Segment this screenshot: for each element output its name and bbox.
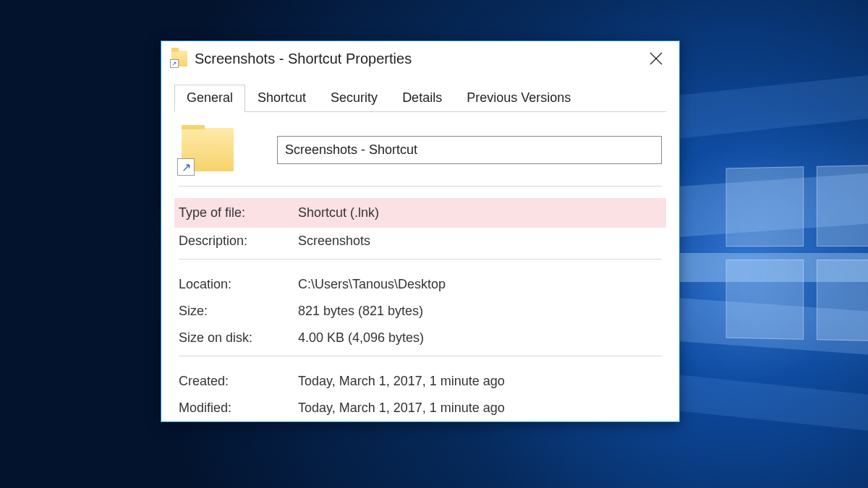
- type-of-file-value: Shortcut (.lnk): [298, 205, 662, 221]
- file-name-input[interactable]: [277, 136, 662, 164]
- divider: [179, 186, 662, 187]
- general-tab-content: ↗ Type of file: Shortcut (.lnk) Descript…: [174, 112, 666, 421]
- folder-shortcut-icon: ↗: [182, 128, 234, 171]
- description-label: Description:: [179, 234, 298, 249]
- tab-details[interactable]: Details: [390, 85, 454, 112]
- modified-label: Modified:: [179, 401, 298, 416]
- description-value: Screenshots: [298, 234, 662, 249]
- titlebar[interactable]: ↗ Screenshots - Shortcut Properties: [161, 41, 679, 76]
- location-value: C:\Users\Tanous\Desktop: [298, 277, 662, 292]
- window-title: Screenshots - Shortcut Properties: [195, 51, 640, 67]
- size-on-disk-value: 4.00 KB (4,096 bytes): [298, 330, 662, 346]
- created-value: Today, March 1, 2017, 1 minute ago: [298, 374, 662, 389]
- divider: [179, 259, 662, 260]
- size-value: 821 bytes (821 bytes): [298, 304, 662, 319]
- modified-row: Modified: Today, March 1, 2017, 1 minute…: [179, 395, 662, 421]
- type-of-file-row: Type of file: Shortcut (.lnk): [174, 198, 666, 228]
- location-row: Location: C:\Users\Tanous\Desktop: [179, 271, 662, 298]
- tab-shortcut[interactable]: Shortcut: [245, 85, 318, 112]
- size-on-disk-label: Size on disk:: [179, 330, 298, 346]
- tab-security[interactable]: Security: [318, 85, 390, 112]
- folder-shortcut-icon: ↗: [171, 51, 187, 67]
- size-label: Size:: [179, 304, 298, 319]
- created-label: Created:: [179, 374, 298, 389]
- description-row: Description: Screenshots: [179, 228, 662, 254]
- created-row: Created: Today, March 1, 2017, 1 minute …: [179, 368, 662, 395]
- properties-dialog: ↗ Screenshots - Shortcut Properties Gene…: [161, 40, 680, 422]
- modified-value: Today, March 1, 2017, 1 minute ago: [298, 401, 662, 416]
- close-icon: [650, 52, 663, 65]
- location-label: Location:: [179, 277, 298, 292]
- size-on-disk-row: Size on disk: 4.00 KB (4,096 bytes): [179, 325, 662, 351]
- divider: [179, 356, 662, 356]
- tab-general[interactable]: General: [174, 85, 245, 112]
- close-button[interactable]: [640, 44, 672, 73]
- tab-strip: General Shortcut Security Details Previo…: [174, 83, 666, 112]
- type-of-file-label: Type of file:: [179, 205, 298, 221]
- tab-previous-versions[interactable]: Previous Versions: [454, 85, 583, 112]
- size-row: Size: 821 bytes (821 bytes): [179, 298, 662, 325]
- windows-logo-icon: [726, 164, 868, 341]
